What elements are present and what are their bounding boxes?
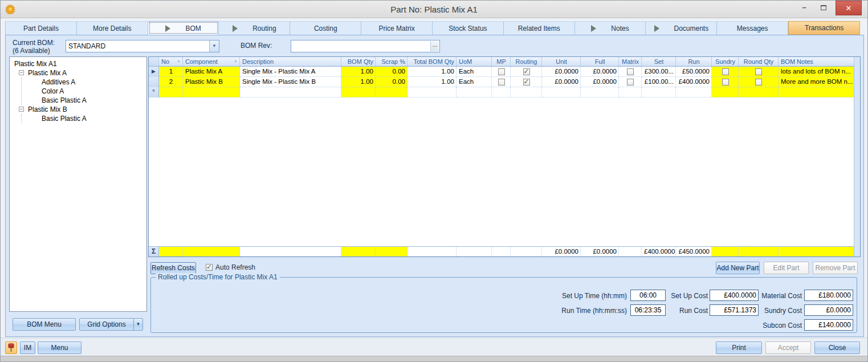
- col-header-sundry[interactable]: Sundry: [712, 57, 739, 66]
- tab-notes[interactable]: Notes: [575, 21, 646, 35]
- grid-new-row[interactable]: ＊: [149, 87, 854, 97]
- cell-sundry[interactable]: [712, 77, 739, 87]
- col-header-matrix[interactable]: Matrix: [619, 57, 642, 66]
- cell-total-bom-qty[interactable]: 1.00: [407, 77, 457, 87]
- cell-round-qty[interactable]: [739, 77, 779, 87]
- cell-set[interactable]: £100.00...: [642, 77, 676, 87]
- cell-uom[interactable]: Each: [457, 77, 492, 87]
- tree-item[interactable]: −Plastic Mix B: [10, 105, 146, 114]
- current-bom-combobox[interactable]: STANDARD ▼: [66, 40, 219, 52]
- tree-item[interactable]: Additives A: [10, 78, 146, 87]
- col-header-description[interactable]: Description: [240, 57, 341, 66]
- mp-checkbox[interactable]: [498, 68, 505, 75]
- cell-sundry[interactable]: [712, 87, 739, 97]
- close-button[interactable]: ✕: [836, 1, 862, 15]
- routing-checkbox[interactable]: [523, 79, 530, 86]
- cell-component[interactable]: Plastic Mix A: [183, 67, 240, 77]
- cell-description[interactable]: [240, 87, 341, 97]
- sundry-checkbox[interactable]: [722, 79, 729, 86]
- cell-set[interactable]: [642, 87, 676, 97]
- col-header-no[interactable]: No▲: [159, 57, 183, 66]
- round-qty-checkbox[interactable]: [755, 79, 762, 86]
- cell-round-qty[interactable]: [739, 87, 779, 97]
- col-header-bom-qty[interactable]: BOM Qty: [341, 57, 376, 66]
- col-header-bom-notes[interactable]: BOM Notes: [779, 57, 854, 66]
- cell-set[interactable]: £300.00...: [642, 67, 676, 77]
- chevron-down-icon[interactable]: ▼: [133, 319, 142, 330]
- cell-bom-notes[interactable]: lots and lots of BOM n...: [779, 67, 854, 77]
- cell-unit[interactable]: £0.0000: [542, 77, 581, 87]
- tree-item[interactable]: Basic Plastic A: [10, 96, 146, 105]
- close-form-button[interactable]: Close: [814, 341, 860, 354]
- edit-part-button[interactable]: Edit Part: [764, 262, 809, 274]
- bom-menu-button[interactable]: BOM Menu: [13, 318, 76, 331]
- minimize-button[interactable]: –: [796, 1, 813, 15]
- matrix-checkbox[interactable]: [627, 79, 634, 86]
- col-header-full[interactable]: Full: [581, 57, 619, 66]
- tab-messages[interactable]: Messages: [717, 21, 788, 35]
- cell-unit[interactable]: £0.0000: [542, 67, 581, 77]
- cell-matrix[interactable]: [619, 67, 642, 77]
- cell-matrix[interactable]: [619, 77, 642, 87]
- cell-bom-qty[interactable]: [341, 87, 376, 97]
- col-header-total-bom-qty[interactable]: Total BOM Qty: [407, 57, 457, 66]
- cell-mp[interactable]: [492, 77, 511, 87]
- col-header-uom[interactable]: UoM: [457, 57, 492, 66]
- tab-routing[interactable]: Routing: [219, 21, 290, 35]
- col-header-scrap[interactable]: Scrap %: [376, 57, 407, 66]
- cell-uom[interactable]: Each: [457, 67, 492, 77]
- menu-button[interactable]: Menu: [38, 341, 81, 354]
- cell-run[interactable]: [676, 87, 712, 97]
- cell-no[interactable]: 2: [159, 77, 183, 87]
- remove-part-button[interactable]: Remove Part: [813, 262, 858, 274]
- cell-bom-qty[interactable]: 1.00: [341, 67, 376, 77]
- cell-routing[interactable]: [511, 77, 542, 87]
- pin-button[interactable]: [5, 341, 17, 354]
- tab-documents[interactable]: Documents: [646, 21, 717, 35]
- tab-part-details[interactable]: Part Details: [5, 21, 77, 35]
- cell-bom-qty[interactable]: 1.00: [341, 77, 376, 87]
- ellipsis-browse-icon[interactable]: ...: [430, 41, 439, 51]
- chevron-down-icon[interactable]: ▼: [209, 40, 219, 52]
- cell-scrap[interactable]: [376, 87, 407, 97]
- cell-component[interactable]: [183, 87, 240, 97]
- tree-item-root[interactable]: Plastic Mix A1: [10, 59, 146, 68]
- cell-routing[interactable]: [511, 67, 542, 77]
- col-header-mp[interactable]: MP: [492, 57, 511, 66]
- cell-description[interactable]: Single Mix - Plastic Mix B: [240, 77, 341, 87]
- refresh-costs-button[interactable]: Refresh Costs: [150, 262, 196, 274]
- cell-routing[interactable]: [511, 87, 542, 97]
- tab-costing[interactable]: Costing: [290, 21, 361, 35]
- cell-full[interactable]: [581, 87, 619, 97]
- cell-full[interactable]: £0.0000: [581, 77, 619, 87]
- cell-uom[interactable]: [457, 87, 492, 97]
- tab-stock-status[interactable]: Stock Status: [433, 21, 504, 35]
- cell-no[interactable]: 1: [159, 67, 183, 77]
- mp-checkbox[interactable]: [498, 79, 505, 86]
- material-cost-field[interactable]: [804, 290, 853, 301]
- cell-total-bom-qty[interactable]: 1.00: [407, 67, 457, 77]
- sundry-checkbox[interactable]: [722, 68, 729, 75]
- cell-bom-notes[interactable]: [779, 87, 854, 97]
- tab-related-items[interactable]: Related Items: [504, 21, 575, 35]
- cell-run[interactable]: £50.0000: [676, 67, 712, 77]
- print-button[interactable]: Print: [716, 341, 762, 354]
- routing-checkbox[interactable]: [523, 68, 530, 75]
- grid-options-button[interactable]: Grid Options ▼: [79, 318, 143, 331]
- tab-more-details[interactable]: More Details: [77, 21, 148, 35]
- tab-bom[interactable]: BOM: [148, 21, 219, 35]
- tree-item[interactable]: Color A: [10, 87, 146, 96]
- tab-transactions[interactable]: Transactions: [788, 21, 860, 35]
- col-header-set[interactable]: Set: [642, 57, 676, 66]
- matrix-checkbox[interactable]: [627, 68, 634, 75]
- cell-description[interactable]: Single Mix - Plastic Mix A: [240, 67, 341, 77]
- cell-mp[interactable]: [492, 87, 511, 97]
- cell-full[interactable]: £0.0000: [581, 67, 619, 77]
- cell-scrap[interactable]: 0.00: [376, 67, 407, 77]
- cell-matrix[interactable]: [619, 87, 642, 97]
- maximize-button[interactable]: [815, 1, 832, 15]
- col-header-round-qty[interactable]: Round Qty: [739, 57, 779, 66]
- auto-refresh-checkbox[interactable]: [206, 264, 213, 271]
- cell-round-qty[interactable]: [739, 67, 779, 77]
- subcon-cost-field[interactable]: [804, 319, 853, 331]
